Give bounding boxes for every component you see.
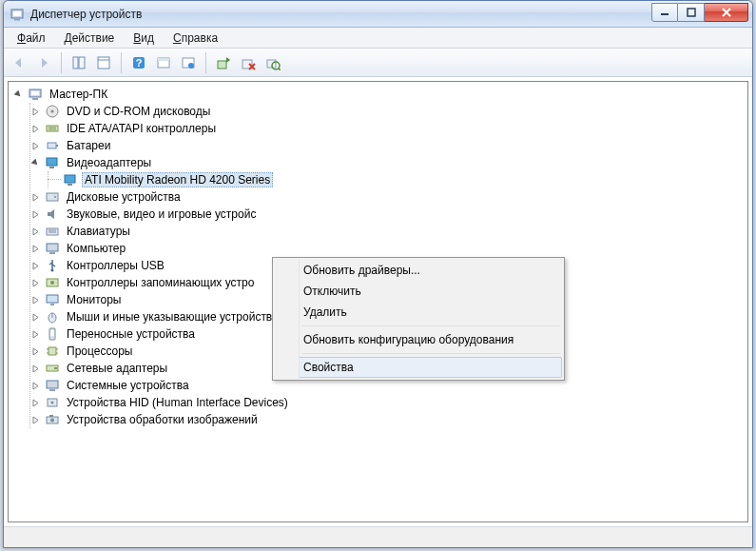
cm-delete[interactable]: Удалить [275, 302, 562, 323]
expander-icon[interactable] [29, 243, 41, 254]
imaging-device-icon [45, 412, 60, 427]
window-controls [651, 3, 748, 22]
cm-disable[interactable]: Отключить [275, 281, 562, 302]
forward-button[interactable] [32, 51, 55, 74]
cm-update-drivers[interactable]: Обновить драйверы... [275, 260, 562, 281]
svg-rect-7 [73, 57, 78, 69]
svg-rect-24 [32, 98, 38, 100]
update-driver-button[interactable] [212, 51, 235, 74]
maximize-button[interactable] [678, 3, 705, 22]
tree-row[interactable]: Компьютер [29, 240, 747, 257]
node-label: Звуковые, видео и игровые устройс [64, 207, 259, 222]
expander-icon[interactable] [29, 397, 41, 408]
tree-row[interactable]: Звуковые, видео и игровые устройс [29, 206, 747, 223]
menubar: Файл Действие Вид Справка [4, 28, 752, 49]
tree-row[interactable]: Видеоадаптеры [29, 154, 747, 171]
svg-line-21 [279, 68, 281, 70]
node-label: Переносные устройства [64, 326, 198, 342]
svg-rect-65 [49, 415, 53, 417]
display-adapter-icon [63, 172, 78, 187]
expander-icon[interactable] [29, 123, 41, 134]
tree-row[interactable]: IDE ATA/ATAPI контроллеры [29, 120, 747, 137]
mouse-icon [45, 309, 60, 325]
expander-icon[interactable] [29, 191, 41, 203]
battery-icon [45, 138, 60, 153]
tree-row[interactable]: Устройства обработки изображений [29, 411, 747, 428]
cm-properties[interactable]: Свойства [275, 357, 562, 378]
expander-icon[interactable] [29, 414, 41, 425]
svg-point-64 [50, 419, 54, 423]
node-label: Сетевые адаптеры [64, 361, 170, 376]
svg-rect-30 [48, 143, 56, 148]
tree-row[interactable]: Дисковые устройства [29, 188, 747, 206]
toolbar: ? [4, 49, 752, 77]
minimize-button[interactable] [651, 3, 678, 22]
app-icon [10, 7, 25, 22]
show-hide-tree-button[interactable] [68, 51, 90, 74]
expander-icon[interactable] [29, 157, 41, 168]
svg-rect-51 [50, 330, 54, 336]
expander-icon[interactable] [29, 226, 41, 237]
processor-icon [45, 344, 60, 359]
scan-hardware-button[interactable] [262, 51, 284, 74]
uninstall-button[interactable] [237, 51, 260, 74]
system-device-icon [45, 378, 60, 393]
back-button[interactable] [8, 51, 30, 74]
content-area: Мастер-ПК DVD и CD-ROM дисководы IDE ATA… [4, 77, 752, 526]
tree-row-root[interactable]: Мастер-ПК [12, 86, 747, 103]
menu-file[interactable]: Файл [10, 30, 53, 47]
portable-device-icon [45, 326, 60, 342]
cm-scan-hardware[interactable]: Обновить конфигурацию оборудования [275, 329, 562, 350]
svg-rect-59 [47, 381, 58, 388]
expander-icon[interactable] [29, 380, 41, 391]
expander-icon[interactable] [29, 277, 41, 288]
node-label: Видеоадаптеры [64, 155, 154, 170]
tree-row[interactable]: Клавиатуры [29, 223, 747, 240]
close-button[interactable] [705, 3, 748, 22]
tree-row[interactable]: DVD и CD-ROM дисководы [29, 103, 747, 120]
menu-view[interactable]: Вид [126, 30, 162, 47]
node-label: Контроллеры запоминающих устро [64, 275, 257, 290]
svg-rect-36 [47, 193, 58, 201]
device-tree-panel[interactable]: Мастер-ПК DVD и CD-ROM дисководы IDE ATA… [8, 81, 748, 522]
menu-action[interactable]: Действие [57, 30, 123, 47]
tree-row[interactable]: Устройства HID (Human Interface Devices) [29, 394, 747, 411]
expander-icon[interactable] [29, 140, 41, 151]
expander-icon[interactable] [29, 311, 41, 323]
svg-point-37 [54, 196, 56, 198]
tree-row[interactable]: Батареи [29, 137, 747, 154]
expander-icon[interactable] [29, 106, 41, 117]
svg-rect-31 [56, 145, 58, 147]
monitor-icon [45, 292, 60, 307]
expander-icon[interactable] [29, 345, 41, 357]
expander-icon[interactable] [29, 328, 41, 340]
sound-icon [45, 207, 60, 222]
expander-icon[interactable] [12, 89, 24, 100]
node-label: Компьютер [64, 241, 128, 256]
properties-toolbar-button[interactable] [92, 51, 115, 74]
node-label: Устройства HID (Human Interface Devices) [64, 395, 291, 410]
statusbar [4, 526, 752, 547]
node-label: Процессоры [64, 344, 136, 359]
svg-point-26 [51, 110, 54, 113]
svg-rect-17 [218, 61, 226, 69]
node-label: Системные устройства [64, 378, 192, 393]
expander-icon[interactable] [29, 363, 41, 374]
titlebar[interactable]: Диспетчер устройств [4, 1, 752, 28]
expander-icon[interactable] [29, 208, 41, 220]
toolbar-btn-a[interactable] [152, 51, 175, 74]
expander-icon[interactable] [29, 260, 41, 271]
node-label: Мыши и иные указывающие устройства [64, 309, 281, 325]
tree-row-selected[interactable]: ATI Mobility Radeon HD 4200 Series [48, 171, 747, 188]
computer-icon [28, 87, 43, 102]
svg-rect-4 [688, 9, 695, 16]
node-label: Контроллеры USB [64, 258, 167, 273]
cd-drive-icon [45, 104, 60, 119]
help-button[interactable]: ? [127, 51, 150, 74]
node-label: Устройства обработки изображений [64, 412, 261, 427]
node-label: IDE ATA/ATAPI контроллеры [64, 121, 219, 136]
toolbar-btn-b[interactable] [177, 51, 200, 74]
expander-icon[interactable] [29, 294, 41, 305]
menu-help[interactable]: Справка [165, 30, 225, 47]
window-title: Диспетчер устройств [30, 8, 142, 21]
